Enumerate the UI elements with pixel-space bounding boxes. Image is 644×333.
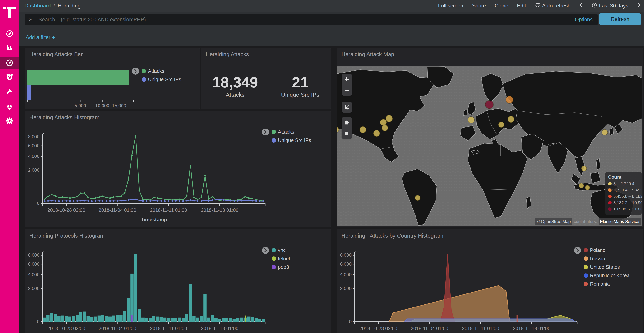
tmobile-logo	[4, 2, 16, 21]
svg-text:2018-11-18 01:00: 2018-11-18 01:00	[201, 326, 238, 331]
svg-text:6,000: 6,000	[28, 143, 40, 148]
sidebar-item-devtools[interactable]	[0, 86, 19, 98]
count-legend-item: 5,455.8 – 8,182.2	[608, 194, 639, 199]
app-sidebar	[0, 0, 19, 333]
svg-text:2018-11-04 01:00: 2018-11-04 01:00	[411, 326, 448, 331]
panel-attacks-bar: Heralding Attacks Bar 5,00010,00015,000 …	[24, 48, 200, 109]
breadcrumb-dashboard-link[interactable]: Dashboard	[24, 3, 51, 9]
chart-legend: PolandRussiaUnited StatesRepublic of Kor…	[574, 247, 630, 289]
top-actions: Full screen Share Clone Edit Auto-refres…	[438, 2, 644, 10]
panel-protocols-histogram: Heralding Protocols Histogram 02,0004,00…	[24, 229, 331, 333]
svg-text:6,000: 6,000	[28, 261, 40, 267]
legend-toggle-button[interactable]	[132, 68, 139, 75]
search-input[interactable]	[38, 17, 575, 23]
legend-item[interactable]: Romania	[584, 281, 630, 287]
svg-text:0: 0	[37, 201, 40, 206]
count-legend-item: 3 – 2,729.4	[608, 181, 639, 186]
legend-item[interactable]: Attacks	[272, 129, 311, 135]
chart-legend: vnctelnetpop3	[262, 247, 290, 272]
legend-color-dot	[584, 282, 588, 286]
svg-text:2,000: 2,000	[28, 167, 40, 173]
svg-text:2,000: 2,000	[340, 286, 352, 291]
refresh-cycle-icon	[535, 3, 540, 9]
osm-attribution[interactable]: © OpenStreetMap	[535, 218, 572, 225]
refresh-button[interactable]: Refresh	[599, 14, 641, 25]
world-map[interactable]: Count 3 – 2,729.42,729.4 – 5,455.85,455.…	[337, 66, 642, 226]
svg-text:8,000: 8,000	[340, 252, 352, 258]
legend-item[interactable]: vnc	[272, 247, 290, 253]
svg-text:4,000: 4,000	[340, 272, 352, 277]
legend-color-dot	[584, 256, 588, 261]
svg-text:2018-11-11 01:00: 2018-11-11 01:00	[150, 326, 187, 331]
map-attribution: © OpenStreetMap contributors, Elastic Ma…	[535, 218, 641, 225]
legend-toggle-button[interactable]	[262, 247, 269, 254]
legend-color-dot	[272, 138, 276, 143]
crop-icon[interactable]	[342, 102, 352, 113]
bar-chart-icon	[6, 44, 14, 52]
legend-color-dot	[142, 69, 146, 73]
legend-item[interactable]: United States	[584, 264, 630, 270]
map-count-legend: Count 3 – 2,729.42,729.4 – 5,455.85,455.…	[606, 172, 642, 215]
legend-item[interactable]: Russia	[584, 256, 630, 262]
zoom-out-button[interactable]	[342, 85, 352, 96]
chevron-right-icon	[637, 2, 640, 10]
legend-item[interactable]: Unique Src IPs	[142, 77, 181, 83]
clock-icon	[592, 3, 597, 9]
breadcrumb-separator: /	[54, 3, 55, 9]
legend-color-dot	[272, 256, 276, 261]
legend-item[interactable]: pop3	[272, 264, 290, 270]
panel-attack-map: Heralding Attack Map	[336, 48, 643, 227]
options-link[interactable]: Options	[575, 17, 593, 23]
ems-attribution[interactable]: Elastic Maps Service	[598, 218, 641, 225]
legend-item[interactable]: Poland	[584, 247, 630, 253]
legend-toggle-button[interactable]	[262, 129, 269, 135]
metric-value: 21	[281, 75, 319, 90]
sidebar-item-visualize[interactable]	[0, 42, 19, 54]
sidebar-item-monitoring[interactable]	[0, 102, 19, 114]
draw-rectangle-button[interactable]	[342, 128, 352, 139]
sidebar-item-honeypot[interactable]	[0, 71, 19, 83]
metric-value: 18,349	[212, 75, 258, 90]
svg-text:2018-11-18 01:00: 2018-11-18 01:00	[513, 326, 550, 331]
svg-text:6,000: 6,000	[340, 261, 352, 267]
svg-text:2018-10-28 02:00: 2018-10-28 02:00	[360, 326, 397, 331]
legend-color-dot	[272, 265, 276, 269]
svg-text:15,000: 15,000	[112, 103, 126, 108]
legend-item[interactable]: Attacks	[142, 68, 181, 74]
legend-item[interactable]: telnet	[272, 256, 290, 262]
protocols-histogram-chart[interactable]: 02,0004,0006,0008,0002018-10-28 02:00201…	[25, 229, 330, 333]
legend-color-dot	[142, 77, 146, 82]
filter-bar: Add a filter+	[19, 28, 644, 47]
add-filter-link[interactable]: Add a filter+	[26, 34, 56, 41]
attacks-histogram-chart[interactable]: 02,0004,0006,0008,0002018-10-28 02:00201…	[25, 111, 330, 227]
metric-label: Unique Src IPs	[281, 92, 319, 98]
share-button[interactable]: Share	[472, 3, 486, 9]
draw-polygon-button[interactable]	[342, 117, 352, 128]
sidebar-item-discover[interactable]	[0, 28, 19, 40]
legend-color-dot	[584, 248, 588, 252]
full-screen-button[interactable]: Full screen	[438, 3, 463, 9]
panel-attacks-metric: Heralding Attacks 18,349 Attacks 21 Uniq…	[201, 48, 331, 109]
legend-color-dot	[584, 265, 588, 269]
edit-button[interactable]: Edit	[517, 3, 526, 9]
zoom-in-button[interactable]	[342, 74, 352, 85]
sidebar-item-management[interactable]	[0, 115, 19, 127]
time-next-button[interactable]	[637, 2, 640, 10]
breadcrumb: Dashboard / Heralding	[24, 3, 81, 9]
chart-legend: AttacksUnique Src IPs	[262, 129, 311, 146]
svg-text:5,000: 5,000	[74, 103, 86, 108]
auto-refresh-button[interactable]: Auto-refresh	[535, 3, 570, 9]
breadcrumb-current: Heralding	[58, 3, 81, 9]
gauge-icon	[6, 59, 14, 68]
legend-toggle-button[interactable]	[574, 247, 581, 254]
sidebar-item-dashboard[interactable]	[0, 57, 19, 69]
time-range-picker[interactable]: Last 30 days	[592, 3, 628, 9]
legend-item[interactable]: Republic of Korea	[584, 272, 630, 278]
search-box: >_ Options	[24, 14, 598, 25]
time-prev-button[interactable]	[580, 2, 583, 10]
clone-button[interactable]: Clone	[495, 3, 508, 9]
svg-text:Timestamp: Timestamp	[141, 217, 167, 222]
legend-item[interactable]: Unique Src IPs	[272, 137, 311, 143]
svg-text:2018-11-11 01:00: 2018-11-11 01:00	[462, 326, 499, 331]
plus-icon: +	[52, 34, 56, 40]
